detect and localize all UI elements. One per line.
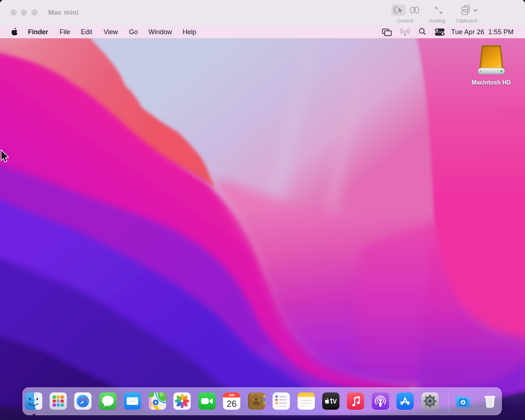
svg-text:APR: APR <box>229 394 234 396</box>
svg-text:26: 26 <box>227 399 237 409</box>
